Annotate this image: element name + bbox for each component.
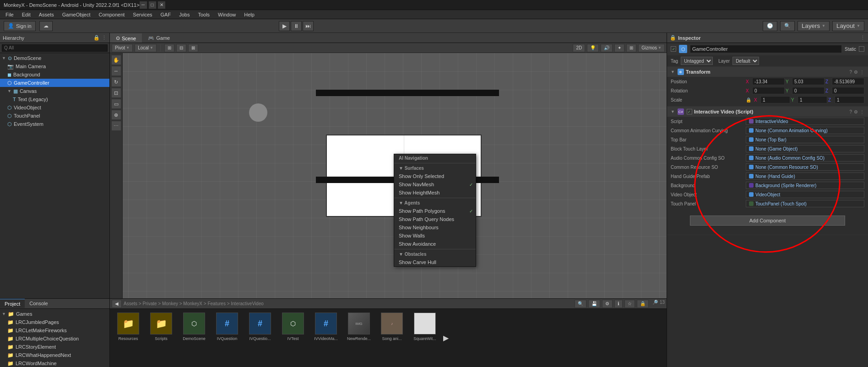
asset-ivquestion[interactable]: # IVQuestion (212, 313, 242, 363)
local-button[interactable]: Local ▼ (135, 44, 157, 52)
asset-newrender[interactable]: IMG NewRende... (344, 313, 374, 363)
pause-button[interactable]: ⏸ (291, 21, 302, 31)
transform-menu-icon[interactable]: ⋮ (860, 70, 864, 75)
tree-item-main-camera[interactable]: 📷 Main Camera (0, 62, 109, 70)
left-tree-lrclet[interactable]: 📁 LRCLetMakeFireworks (0, 326, 109, 335)
handguide-value[interactable]: None (Hand Guide) (746, 173, 864, 180)
minimize-button[interactable]: ─ (140, 1, 147, 9)
left-tree-lrcword[interactable]: 📁 LRCWordMachine (0, 359, 109, 367)
static-checkbox[interactable] (859, 46, 864, 52)
menu-assets[interactable]: Assets (35, 11, 58, 18)
ctx-show-avoidance[interactable]: Show Avoidance (394, 240, 476, 248)
tree-item-canvas[interactable]: ▼ ▦ Canvas (0, 87, 109, 95)
transform-header[interactable]: ▼ ⊕ Transform ? ⚙ ⋮ (667, 67, 868, 77)
inspector-menu-icon[interactable]: ⋮ (860, 35, 865, 41)
menu-tools[interactable]: Tools (194, 11, 213, 18)
scale-x[interactable]: 1 (760, 96, 790, 103)
script-help-icon[interactable]: ? (849, 109, 852, 114)
menu-help[interactable]: Help (240, 11, 258, 18)
tree-item-videoobject[interactable]: ⬡ VideoObject (0, 103, 109, 112)
ctx-show-carve-hull[interactable]: Show Carve Hull (394, 258, 476, 266)
tree-item-background[interactable]: ◼ Background (0, 70, 109, 79)
left-tree-lrcstory[interactable]: 📁 LRCStoryElement (0, 343, 109, 351)
tab-scene[interactable]: ⊙ Scene (110, 33, 142, 43)
tree-item-eventsystem[interactable]: ⬡ EventSystem (0, 120, 109, 128)
inspector-lock-icon[interactable]: 🔒 (670, 35, 676, 41)
hierarchy-search[interactable] (2, 44, 108, 52)
ctx-show-path-polygons[interactable]: Show Path Polygons ✓ (394, 207, 476, 215)
add-component-button[interactable]: Add Component (690, 216, 845, 226)
gizmos-button[interactable]: Gizmos ▼ (638, 44, 665, 52)
script-ref[interactable]: InteractiveVideo (746, 118, 864, 125)
search-toolbar-button[interactable]: 🔍 (780, 21, 795, 31)
asset-resources[interactable]: 📁 Resources (114, 313, 143, 363)
tree-item-text-legacy[interactable]: T Text (Legacy) (0, 95, 109, 103)
menu-component[interactable]: Component (95, 11, 128, 18)
layout-button[interactable]: Layout ▼ (832, 21, 864, 31)
play-button[interactable]: ▶ (279, 21, 290, 31)
custom-tool-button[interactable]: ⋯ (111, 121, 121, 131)
rotation-x[interactable]: 0 (752, 87, 785, 94)
rotate-tool-button[interactable]: ↻ (111, 77, 121, 87)
scale-tool-button[interactable]: ⊡ (111, 88, 121, 98)
transform-tool-button[interactable]: ⊕ (111, 110, 121, 120)
menu-gaf[interactable]: GAF (157, 11, 175, 18)
maximize-button[interactable]: □ (149, 1, 156, 9)
common-resource-value[interactable]: None (Common Resource SO) (746, 163, 864, 171)
asset-demoscene[interactable]: ⬡ DemoScene (179, 313, 209, 363)
hierarchy-lock-icon[interactable]: 🔒 (93, 35, 100, 41)
background-value[interactable]: Background (Sprite Renderer) (746, 182, 864, 189)
tree-item-touchpanel[interactable]: ⬡ TouchPanel (0, 112, 109, 120)
tree-item-gamecontroller[interactable]: ⬡ GameController (0, 79, 109, 87)
asset-ivvideo[interactable]: # IVVideoMa... (311, 313, 341, 363)
account-button[interactable]: 👤 Sign in (4, 21, 36, 31)
left-tree-games[interactable]: ▼ 📁 Games (0, 310, 109, 318)
anim-curving-value[interactable]: None (Common Animation Curving) (746, 127, 864, 134)
script-menu-icon[interactable]: ⋮ (860, 109, 864, 114)
tab-project[interactable]: Project (0, 299, 25, 308)
tab-game[interactable]: 🎮 Game (142, 33, 176, 43)
go-enabled-checkbox[interactable] (671, 46, 676, 52)
hand-tool-button[interactable]: ✋ (111, 55, 121, 65)
menu-edit[interactable]: Edit (18, 11, 34, 18)
sound-button[interactable]: 🔊 (601, 44, 613, 52)
assets-star-button[interactable]: ☆ (624, 300, 635, 308)
script-settings-icon[interactable]: ⚙ (854, 109, 858, 114)
menu-window[interactable]: Window (214, 11, 239, 18)
assets-next-button[interactable]: ▶ (443, 313, 449, 363)
rotation-z[interactable]: 0 (832, 87, 864, 94)
layer-select[interactable]: Default (732, 57, 759, 65)
tab-console[interactable]: Console (25, 299, 52, 308)
audio-config-value[interactable]: None (Audio Common Config SO) (746, 154, 864, 162)
topbar-value[interactable]: None (Top Bar) (746, 136, 864, 143)
block-touch-value[interactable]: None (Game Object) (746, 145, 864, 152)
ctx-show-path-query-nodes[interactable]: Show Path Query Nodes (394, 215, 476, 223)
touch-panel-value[interactable]: TouchPanel (Touch Spot) (746, 200, 864, 207)
tag-select[interactable]: Untagged (681, 57, 713, 65)
2d-button[interactable]: 2D (573, 44, 585, 52)
asset-ivtest[interactable]: ⬡ IVTest (278, 313, 308, 363)
grid-snap-button[interactable]: ⊟ (176, 44, 186, 52)
hierarchy-menu-icon[interactable]: ⋮ (102, 35, 107, 41)
ctx-show-only-selected[interactable]: Show Only Selected (394, 172, 476, 180)
asset-squarewit[interactable]: SquareWit... (410, 313, 439, 363)
layers-button[interactable]: Layers ▼ (797, 21, 830, 31)
cloud-button[interactable]: ☁ (39, 21, 53, 31)
position-y[interactable]: 5.03 (792, 78, 825, 85)
close-button[interactable]: ✕ (158, 1, 165, 9)
asset-song[interactable]: ♪ Song ani... (377, 313, 407, 363)
asset-scripts[interactable]: 📁 Scripts (146, 313, 176, 363)
overlay-button[interactable]: ⊞ (626, 44, 636, 52)
transform-settings-icon[interactable]: ⚙ (854, 70, 858, 75)
transform-help-icon[interactable]: ? (849, 70, 852, 75)
assets-options-button[interactable]: ⚙ (602, 300, 613, 308)
position-z[interactable]: -8.513699 (832, 78, 864, 85)
rect-tool-button[interactable]: ▭ (111, 99, 121, 109)
step-button[interactable]: ⏭ (303, 21, 314, 31)
go-name-input[interactable] (690, 45, 842, 53)
pivot-button[interactable]: Pivot ▼ (112, 44, 133, 52)
script-enabled-checkbox[interactable] (687, 109, 692, 114)
tree-item-demoscene[interactable]: ▼ ⊙ DemoScene (0, 54, 109, 62)
ctx-show-navmesh[interactable]: Show NavMesh ✓ (394, 180, 476, 189)
left-tree-lrcwhat[interactable]: 📁 LRCWhatHappenedNext (0, 351, 109, 359)
